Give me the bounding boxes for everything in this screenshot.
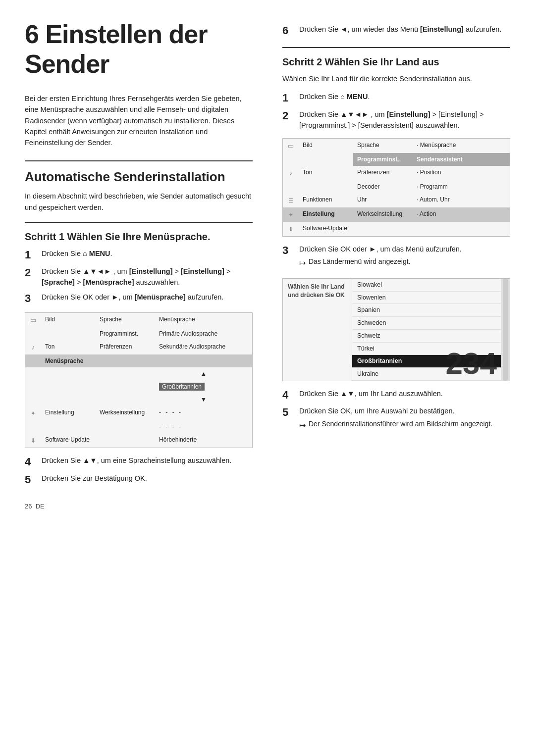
country-item: Schweden <box>352 317 501 330</box>
section-divider-1 <box>25 160 253 161</box>
country-label: Wählen Sie Ihr Land und drücken Sie OK <box>283 279 352 381</box>
step-r-4: 4 Drücken Sie ▲▼, um Ihr Land auszuwähle… <box>282 388 510 403</box>
menu-row: Funktionen Uhr · Autom. Uhr <box>283 193 510 207</box>
step-r-3: 3 Drücken Sie OK oder ►, um das Menü auf… <box>282 244 510 271</box>
menu-row: Decoder · Programm <box>283 180 510 193</box>
bild-icon <box>30 316 36 324</box>
scroll-bar[interactable] <box>501 279 510 381</box>
country-item: Slowenien <box>352 292 501 304</box>
step-r-5: 5 Drücken Sie OK, um Ihre Auswahl zu bes… <box>282 405 510 433</box>
right-divider <box>282 47 510 48</box>
english-label: Großbritannien <box>159 383 205 391</box>
section-divider-2 <box>25 222 253 223</box>
step-r-3-result: ↦ Das Ländermenü wird angezeigt. <box>299 256 510 269</box>
big-number: 234 <box>443 346 500 381</box>
step-1-1: 1 Drücken Sie ⌂ MENU. <box>25 248 253 262</box>
footer: 26 DE <box>25 502 253 511</box>
menu-row: Bild Sprache · Menüsprache <box>283 139 510 153</box>
right-step-6: 6 Drücken Sie ◄, um wieder das Menü [Ein… <box>282 24 510 38</box>
step-2-1: 1 Drücken Sie ⌂ MENU. <box>282 91 510 105</box>
right-steps-4-5: 4 Drücken Sie ▲▼, um Ihr Land auszuwähle… <box>282 388 510 434</box>
country-box: Wählen Sie Ihr Land und drücken Sie OK S… <box>282 278 510 381</box>
soft-icon <box>31 436 36 444</box>
country-item: Schweiz <box>352 330 501 343</box>
menu-row: Ton Präferenzen · Position <box>283 166 510 180</box>
schritt1-steps-4-5: 4 Drücken Sie ▲▼, um eine Spracheinstell… <box>25 455 253 487</box>
schritt2-desc: Wählen Sie Ihr Land für die korrekte Sen… <box>282 73 510 84</box>
schritt1-title: Schritt 1 Wählen Sie Ihre Menüsprache. <box>25 231 253 243</box>
menu-row-english: Großbritannien <box>25 380 252 393</box>
soft-icon-2 <box>288 225 293 233</box>
ton-icon <box>32 343 35 351</box>
scroll-track <box>503 279 508 381</box>
step-1-4: 4 Drücken Sie ▲▼, um eine Spracheinstell… <box>25 455 253 469</box>
menu-row: Einstellung Werkseinstellung - - - - <box>25 406 252 420</box>
menu-row: ProgramminsL. Senderassistent <box>283 153 510 166</box>
menu-row-active: Menüsprache <box>25 354 252 367</box>
menu-row: - - - - <box>25 420 252 433</box>
right-step-3: 3 Drücken Sie OK oder ►, um das Menü auf… <box>282 244 510 271</box>
country-item: Slowakei <box>352 279 501 292</box>
einst-icon-2 <box>288 210 293 218</box>
chapter-title: 6 Einstellen der Sender <box>25 20 253 79</box>
menu-row: Ton Präferenzen Sekundäre Audiosprache <box>25 340 252 354</box>
auto-section-desc: In diesem Abschnitt wird beschrieben, wi… <box>25 191 253 213</box>
schritt1-steps: 1 Drücken Sie ⌂ MENU. 2 Drücken Sie ▲▼◄►… <box>25 248 253 305</box>
menu-screenshot-2: Bild Sprache · Menüsprache ProgramminsL.… <box>282 138 510 237</box>
menu-screenshot-1: Bild Sprache Menüsprache Programminst. P… <box>25 312 253 448</box>
country-item: Spanien <box>352 304 501 317</box>
ton-icon-2 <box>289 169 293 177</box>
schritt2-steps: 1 Drücken Sie ⌂ MENU. 2 Drücken Sie ▲▼◄►… <box>282 91 510 131</box>
menu-row-einstellung: Einstellung Werkseinstellung · Action <box>283 207 510 222</box>
schritt2-title: Schritt 2 Wählen Sie Ihr Land aus <box>282 56 510 68</box>
right-step-6-item: 6 Drücken Sie ◄, um wieder das Menü [Ein… <box>282 24 510 38</box>
menu-row: ▲ <box>25 367 252 380</box>
menu-row: ▼ <box>25 393 252 406</box>
step-1-2: 2 Drücken Sie ▲▼◄► , um [Einstellung] > … <box>25 266 253 288</box>
func-icon <box>288 196 294 204</box>
step-2-2: 2 Drücken Sie ▲▼◄► , um [Einstellung] > … <box>282 109 510 131</box>
step-1-5: 5 Drücken Sie zur Bestätigung OK. <box>25 473 253 487</box>
menu-row: Programminst. Primäre Audiosprache <box>25 327 252 340</box>
step-1-3: 3 Drücken Sie OK oder ►, um [Menüsprache… <box>25 292 253 306</box>
step-r-5-result: ↦ Der Senderinstallationsführer wird am … <box>299 419 510 432</box>
bild-icon-2 <box>288 142 294 150</box>
auto-section-title: Automatische Senderinstallation <box>25 169 253 185</box>
menu-row: Software-Update Hörbehinderte <box>25 433 252 448</box>
menu-row: Bild Sprache Menüsprache <box>25 313 252 327</box>
einst-icon <box>31 409 36 417</box>
intro-text: Bei der ersten Einrichtung Ihres Fernseh… <box>25 93 253 149</box>
menu-row: Software-Update <box>283 222 510 236</box>
